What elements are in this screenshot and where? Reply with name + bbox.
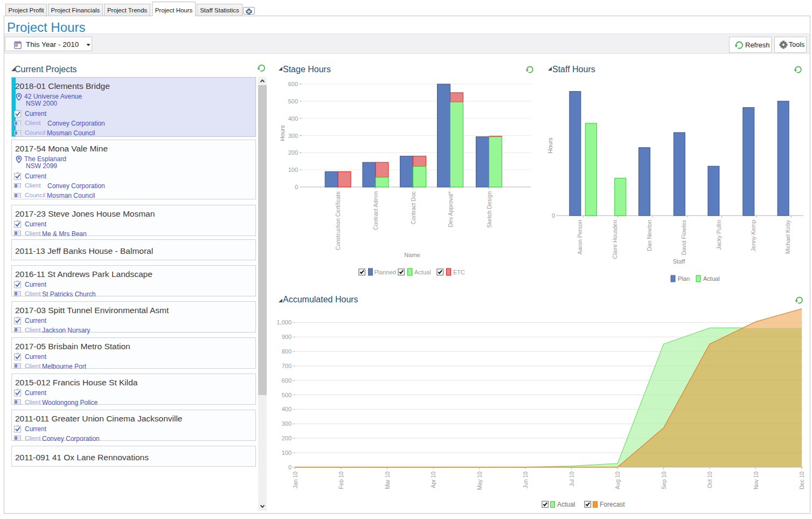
svg-text:Dev Approval*: Dev Approval*	[447, 191, 454, 227]
svg-text:Sep 10: Sep 10	[661, 472, 667, 489]
svg-text:Contract Doc: Contract Doc	[410, 191, 417, 224]
svg-text:Name: Name	[404, 252, 420, 258]
svg-text:400: 400	[282, 406, 292, 412]
svg-text:ETC: ETC	[453, 269, 465, 275]
svg-text:1,000: 1,000	[276, 319, 292, 326]
svg-text:Jenny Kemp: Jenny Kemp	[750, 220, 757, 252]
svg-text:Jacky Pullin: Jacky Pullin	[716, 220, 722, 250]
svg-text:100: 100	[288, 167, 298, 173]
svg-text:Dan Newton: Dan Newton	[646, 220, 653, 251]
svg-text:500: 500	[288, 98, 298, 105]
svg-text:0: 0	[288, 464, 292, 470]
svg-text:Hours: Hours	[279, 125, 286, 141]
svg-text:Claire Housden: Claire Housden	[612, 220, 618, 259]
svg-text:300: 300	[288, 133, 298, 139]
svg-text:Staff: Staff	[673, 258, 685, 265]
svg-text:0: 0	[552, 212, 555, 219]
svg-text:Mar 10: Mar 10	[384, 472, 391, 489]
svg-text:400: 400	[288, 115, 298, 122]
svg-text:May 10: May 10	[476, 472, 483, 490]
svg-text:Stage Hours: Stage Hours	[283, 65, 331, 74]
svg-text:Aaron Person: Aaron Person	[577, 220, 583, 254]
svg-text:Oct 10: Oct 10	[706, 472, 713, 488]
svg-text:Feb 10: Feb 10	[338, 472, 344, 489]
svg-text:Actual: Actual	[414, 269, 431, 275]
svg-text:500: 500	[282, 392, 292, 398]
svg-text:300: 300	[282, 420, 292, 427]
svg-text:900: 900	[282, 334, 292, 340]
svg-text:Accumulated Hours: Accumulated Hours	[283, 295, 358, 304]
svg-text:Plan: Plan	[678, 275, 690, 282]
svg-text:800: 800	[282, 348, 292, 355]
svg-text:700: 700	[282, 363, 292, 369]
svg-text:200: 200	[282, 435, 292, 441]
svg-text:600: 600	[282, 377, 292, 384]
svg-text:Actual: Actual	[703, 275, 720, 282]
svg-text:Dec 10: Dec 10	[799, 472, 805, 489]
svg-text:Jun 10: Jun 10	[522, 472, 529, 489]
svg-text:Jan 10: Jan 10	[292, 472, 299, 489]
svg-text:Staff Hours: Staff Hours	[552, 65, 595, 74]
svg-text:Actual: Actual	[557, 501, 575, 508]
svg-text:100: 100	[282, 449, 292, 456]
svg-text:Planned: Planned	[374, 269, 396, 275]
svg-text:Apr 10: Apr 10	[430, 472, 436, 488]
svg-text:David Flowles: David Flowles	[681, 220, 687, 255]
svg-text:Hours: Hours	[547, 137, 553, 154]
svg-text:Construction Certificate: Construction Certificate	[335, 191, 341, 250]
svg-text:200: 200	[288, 149, 298, 156]
svg-text:Aug 10: Aug 10	[614, 472, 621, 489]
svg-text:Jul 10: Jul 10	[568, 472, 575, 487]
svg-text:Nov 10: Nov 10	[753, 472, 759, 489]
svg-text:Michael Kirby: Michael Kirby	[785, 219, 791, 254]
svg-text:Contract Admin: Contract Admin	[372, 191, 379, 230]
svg-text:0: 0	[295, 184, 298, 190]
svg-text:600: 600	[288, 81, 298, 87]
svg-text:Sketch Design: Sketch Design	[486, 191, 492, 228]
svg-text:Forecast: Forecast	[600, 501, 625, 508]
